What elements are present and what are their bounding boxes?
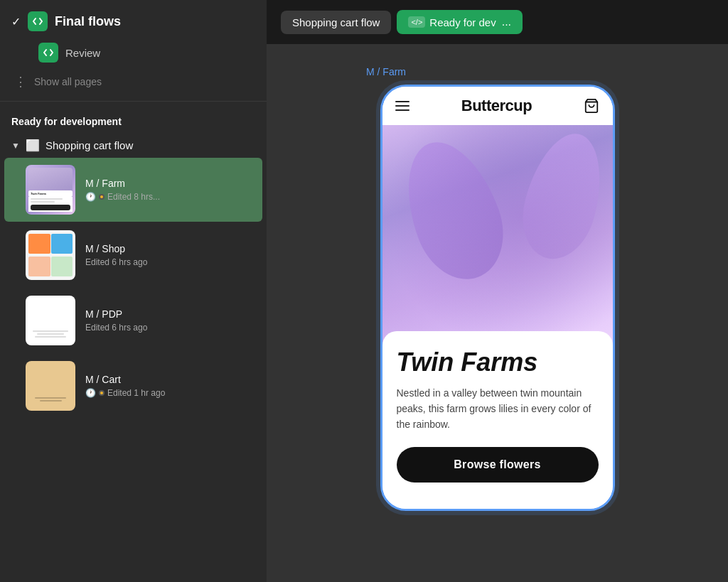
chevron-down-icon: ▼ (11, 141, 20, 151)
cart-bag-icon (584, 98, 599, 114)
frame-info-shop: M / Shop Edited 6 hrs ago (85, 243, 147, 267)
frame-time-pdp: Edited 6 hrs ago (85, 323, 147, 333)
phone-frame: Buttercup Twin Farms (380, 85, 615, 511)
frame-time-cart: 🕐 Edited 1 hr ago (85, 388, 165, 398)
brand-name: Buttercup (461, 97, 532, 115)
frame-list: Twin Farms M / Farm 🕐 Edited 8 hrs... (0, 158, 267, 418)
frame-thumb-cart (26, 361, 75, 411)
final-flows-title: Final flows (55, 14, 121, 29)
frame-info-cart: M / Cart 🕐 Edited 1 hr ago (85, 374, 165, 398)
dots-icon: ⋮ (14, 74, 28, 90)
frame-thumb-pdp (26, 296, 75, 345)
sidebar-item-review[interactable]: Review (0, 37, 267, 68)
review-code-icon (43, 47, 54, 58)
clock-icon-farm: 🕐 (85, 192, 96, 202)
farm-description: Nestled in a valley between twin mountai… (397, 385, 599, 433)
tab-code-icon: </> (408, 16, 425, 28)
frame-name-pdp: M / PDP (85, 308, 147, 320)
main-content: Shopping cart flow </> Ready for dev ...… (267, 0, 728, 582)
tab-ready-for-dev[interactable]: </> Ready for dev ... (397, 10, 523, 34)
show-all-pages-button[interactable]: ⋮ Show all pages (0, 68, 267, 98)
frame-name-farm: M / Farm (85, 178, 160, 189)
ready-for-dev-label: Ready for development (0, 104, 267, 133)
frame-time-farm: 🕐 Edited 8 hrs... (85, 192, 160, 202)
frame-item-m-shop[interactable]: M / Shop Edited 6 hrs ago (4, 223, 262, 287)
tab-more-dots[interactable]: ... (502, 16, 511, 28)
farm-title: Twin Farms (397, 348, 599, 377)
frame-name-shop: M / Shop (85, 243, 147, 254)
checkmark-icon: ✓ (11, 15, 21, 28)
unsaved-dot-farm (99, 194, 105, 200)
hero-image (382, 125, 613, 352)
info-card: Twin Farms Nestled in a valley between t… (382, 331, 613, 509)
frame-info-farm: M / Farm 🕐 Edited 8 hrs... (85, 178, 160, 202)
show-all-pages-label: Show all pages (34, 76, 102, 87)
flow-frame-icon: ⬜ (26, 139, 40, 152)
main-header: Shopping cart flow </> Ready for dev ... (267, 0, 728, 45)
tab-shopping-cart-flow[interactable]: Shopping cart flow (281, 11, 391, 34)
canvas-area: M / Farm Buttercup (267, 45, 728, 582)
frame-item-m-farm[interactable]: Twin Farms M / Farm 🕐 Edited 8 hrs... (4, 158, 262, 222)
frame-item-m-pdp[interactable]: M / PDP Edited 6 hrs ago (4, 289, 262, 352)
frame-thumb-shop (26, 230, 75, 280)
flow-header-shopping-cart[interactable]: ▼ ⬜ Shopping cart flow (0, 133, 267, 158)
flow-title: Shopping cart flow (46, 139, 133, 151)
frame-info-pdp: M / PDP Edited 6 hrs ago (85, 308, 147, 333)
frame-name-cart: M / Cart (85, 374, 165, 385)
frame-time-shop: Edited 6 hrs ago (85, 257, 147, 267)
sidebar: ✓ Final flows Review ⋮ Show all pages Re… (0, 0, 267, 582)
unsaved-dot-cart (99, 390, 105, 396)
divider (0, 101, 267, 102)
frame-item-m-cart[interactable]: M / Cart 🕐 Edited 1 hr ago (4, 354, 262, 418)
browse-flowers-button[interactable]: Browse flowers (397, 447, 599, 483)
frame-canvas-label: M / Farm (366, 66, 406, 77)
tab-active-label: Ready for dev (429, 16, 496, 28)
phone-header: Buttercup (382, 87, 613, 125)
code-icon (32, 16, 43, 27)
clock-icon-cart: 🕐 (85, 388, 96, 398)
phone-content: Buttercup Twin Farms (382, 87, 613, 509)
final-flows-code-badge (28, 11, 48, 31)
review-label: Review (65, 47, 100, 59)
review-code-badge (38, 43, 58, 63)
hamburger-icon (395, 101, 410, 111)
sidebar-top-section: ✓ Final flows (0, 0, 267, 37)
frame-thumb-farm: Twin Farms (26, 165, 75, 215)
